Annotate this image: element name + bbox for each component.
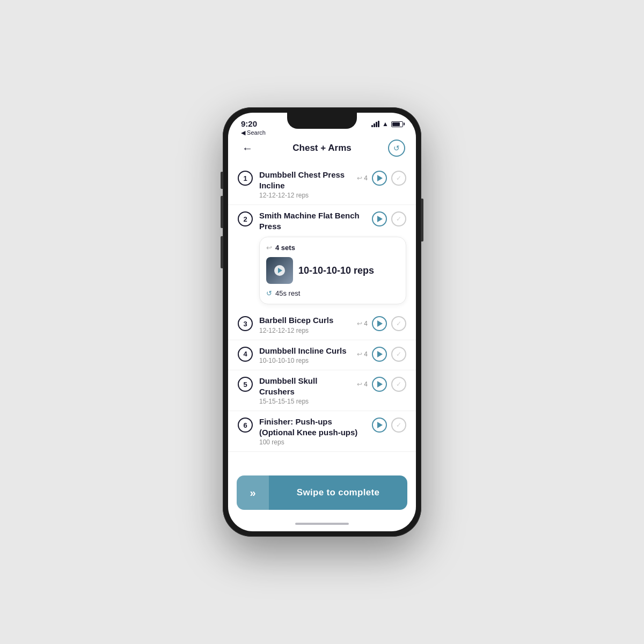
exercise-item: 1 Dumbbell Chest Press Incline 12-12-12-… xyxy=(228,164,416,205)
sets-badge: ↩ 4 xyxy=(357,320,368,327)
panel-reps: 10-10-10-10 reps xyxy=(298,265,374,276)
home-bar xyxy=(295,523,349,525)
exercise-item: 2 Smith Machine Flat Bench Press ✓ xyxy=(228,205,416,237)
play-icon xyxy=(377,175,383,181)
play-icon xyxy=(377,351,383,357)
sets-icon: ↩ xyxy=(266,244,272,252)
check-icon: ✓ xyxy=(396,421,401,429)
exercise-number: 5 xyxy=(238,377,253,392)
exercise-name: Dumbbell Chest Press Incline xyxy=(259,170,350,191)
play-button[interactable] xyxy=(372,347,387,362)
exercise-expanded-panel: ↩ 4 sets 10-10-10-10 reps ↺ 45s rest xyxy=(259,237,406,304)
notch xyxy=(287,113,357,129)
video-play-icon xyxy=(278,268,282,273)
exercise-reps: 100 reps xyxy=(259,438,365,446)
sets-badge: ↩ 4 xyxy=(357,380,368,388)
check-button[interactable]: ✓ xyxy=(391,377,406,392)
play-icon xyxy=(377,216,383,222)
home-indicator xyxy=(228,516,416,531)
back-arrow-icon: ← xyxy=(242,143,253,153)
panel-content: 10-10-10-10 reps xyxy=(266,257,399,284)
exercise-number: 4 xyxy=(238,347,253,362)
exercise-item: 4 Dumbbell Incline Curls 10-10-10-10 rep… xyxy=(228,340,416,371)
page-title: Chest + Arms xyxy=(292,143,351,153)
check-icon: ✓ xyxy=(396,350,401,358)
play-button[interactable] xyxy=(372,211,387,226)
check-button[interactable]: ✓ xyxy=(391,316,406,331)
panel-sets: ↩ 4 sets xyxy=(266,244,399,252)
exercise-info: Dumbbell Chest Press Incline 12-12-12-12… xyxy=(259,170,350,199)
check-icon: ✓ xyxy=(396,320,401,327)
sets-badge: ↩ 4 xyxy=(357,174,368,182)
phone-device: 9:20 ◀ Search ▲ ← Chest + Ar xyxy=(223,107,421,537)
power-button[interactable] xyxy=(421,199,423,241)
exercise-name: Smith Machine Flat Bench Press xyxy=(259,210,365,231)
swipe-handle: » xyxy=(237,475,269,510)
exercise-number: 6 xyxy=(238,418,253,433)
sets-count: 4 xyxy=(364,320,368,327)
check-button[interactable]: ✓ xyxy=(391,211,406,226)
exercise-info: Dumbbell Skull Crushers 15-15-15-15 reps xyxy=(259,376,350,405)
swipe-to-complete-button[interactable]: » Swipe to complete xyxy=(237,475,407,510)
exercise-number: 3 xyxy=(238,316,253,331)
check-icon: ✓ xyxy=(396,215,401,223)
sets-badge: ↩ 4 xyxy=(357,350,368,358)
panel-rest: ↺ 45s rest xyxy=(266,289,399,297)
check-icon: ✓ xyxy=(396,174,401,182)
signal-icon xyxy=(371,121,379,127)
back-button[interactable]: ← xyxy=(239,140,256,157)
exercise-number: 2 xyxy=(238,211,253,226)
play-button[interactable] xyxy=(372,171,387,186)
repeat-icon: ↩ xyxy=(357,320,362,327)
exercise-actions: ↩ 4 ✓ xyxy=(357,347,406,362)
exercise-number: 1 xyxy=(238,171,253,186)
exercise-item: 6 Finisher: Push-ups (Optional Knee push… xyxy=(228,411,416,452)
repeat-icon: ↩ xyxy=(357,350,362,358)
exercise-info: Barbell Bicep Curls 12-12-12-12 reps xyxy=(259,315,350,334)
exercise-name: Dumbbell Incline Curls xyxy=(259,346,350,356)
repeat-icon: ↩ xyxy=(357,380,362,388)
navigation-bar: ← Chest + Arms ↺ xyxy=(228,136,416,160)
volume-mute-button[interactable] xyxy=(221,172,223,189)
video-play-button[interactable] xyxy=(274,265,285,276)
exercise-info: Dumbbell Incline Curls 10-10-10-10 reps xyxy=(259,346,350,365)
check-button[interactable]: ✓ xyxy=(391,171,406,186)
exercise-actions: ↩ 4 ✓ xyxy=(357,171,406,186)
exercise-name: Finisher: Push-ups (Optional Knee push-u… xyxy=(259,416,365,437)
exercise-actions: ✓ xyxy=(372,418,406,433)
status-time: 9:20 xyxy=(241,119,266,128)
exercise-actions: ↩ 4 ✓ xyxy=(357,316,406,331)
exercises-list: 1 Dumbbell Chest Press Incline 12-12-12-… xyxy=(228,160,416,475)
sets-count: 4 xyxy=(364,174,368,182)
swipe-arrows-icon: » xyxy=(250,487,255,499)
rest-label: 45s rest xyxy=(275,289,300,297)
volume-up-button[interactable] xyxy=(221,196,223,228)
exercise-name: Barbell Bicep Curls xyxy=(259,315,350,326)
play-button[interactable] xyxy=(372,316,387,331)
play-button[interactable] xyxy=(372,377,387,392)
timer-icon: ↺ xyxy=(393,144,400,152)
exercise-actions: ↩ 4 ✓ xyxy=(357,377,406,392)
phone-screen: 9:20 ◀ Search ▲ ← Chest + Ar xyxy=(228,113,416,531)
exercise-item: 5 Dumbbell Skull Crushers 15-15-15-15 re… xyxy=(228,370,416,411)
check-button[interactable]: ✓ xyxy=(391,418,406,433)
video-thumbnail[interactable] xyxy=(266,257,293,284)
sets-label: 4 sets xyxy=(275,244,295,252)
rest-timer-icon: ↺ xyxy=(266,289,272,297)
play-icon xyxy=(377,422,383,428)
play-icon xyxy=(377,320,383,327)
swipe-label: Swipe to complete xyxy=(269,487,407,498)
battery-icon xyxy=(391,121,403,127)
exercise-name: Dumbbell Skull Crushers xyxy=(259,376,350,397)
timer-button[interactable]: ↺ xyxy=(388,140,405,157)
exercise-reps: 12-12-12-12 reps xyxy=(259,192,350,199)
play-button[interactable] xyxy=(372,418,387,433)
repeat-icon: ↩ xyxy=(357,174,362,182)
check-button[interactable]: ✓ xyxy=(391,347,406,362)
play-icon xyxy=(377,381,383,387)
volume-down-button[interactable] xyxy=(221,236,223,268)
status-icons: ▲ xyxy=(371,120,403,128)
exercise-info: Finisher: Push-ups (Optional Knee push-u… xyxy=(259,416,365,446)
exercise-reps: 12-12-12-12 reps xyxy=(259,327,350,334)
wifi-icon: ▲ xyxy=(382,120,389,128)
